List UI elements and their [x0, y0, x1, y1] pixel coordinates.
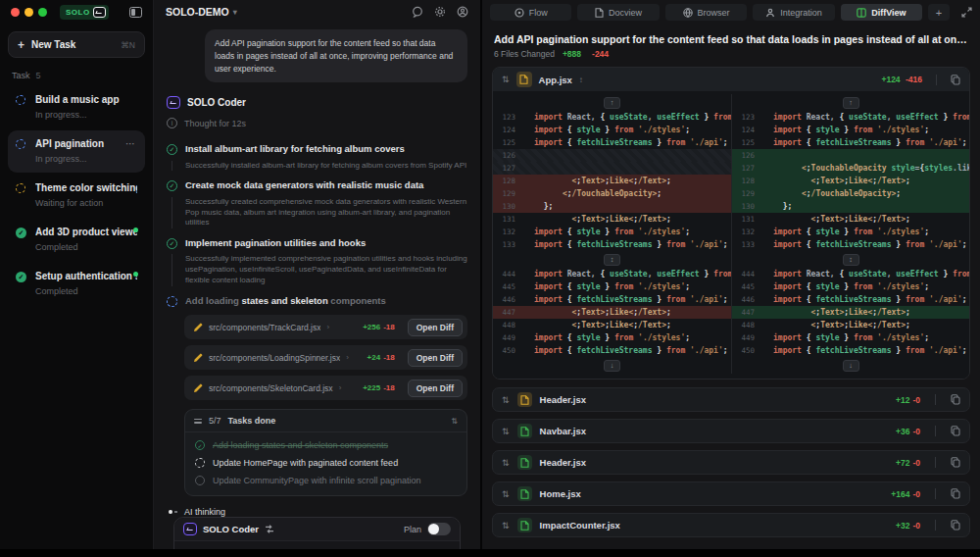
file-change-chip[interactable]: src/components/TrackCard.jsx › +256-18 O…: [184, 315, 467, 339]
copy-icon[interactable]: [951, 75, 960, 85]
task-state-icon: [16, 182, 27, 208]
expand-file-icon[interactable]: ↕: [579, 76, 583, 84]
row-added: +32: [896, 521, 909, 531]
edit-pencil-icon: [193, 323, 203, 332]
sidebar-task-item[interactable]: Setup authentication syste... Completed …: [8, 263, 145, 305]
expand-down-button[interactable]: ↓: [604, 360, 620, 372]
plus-icon: +: [18, 39, 24, 51]
tab-diffview[interactable]: DiffView: [841, 4, 922, 21]
line-number: 448: [732, 319, 761, 331]
changed-file-chips: src/components/TrackCard.jsx › +256-18 O…: [184, 315, 467, 400]
collapse-file-icon[interactable]: ⇅: [502, 75, 510, 84]
expand-row-icon[interactable]: ⇅: [502, 427, 510, 436]
maximize-window-button[interactable]: [38, 8, 47, 17]
line-number: 446: [493, 293, 522, 306]
edit-pencil-icon: [193, 353, 203, 363]
sidebar-task-item[interactable]: API pagination In progress... ⋯: [8, 130, 145, 173]
composer-header: SOLO Coder Plan: [174, 518, 460, 541]
new-task-shortcut: ⌘N: [121, 40, 135, 50]
task-title: Theme color switching: [35, 182, 137, 193]
line-number: 133: [732, 238, 761, 251]
diff-line: 133import { fetchLiveStreams } from './a…: [493, 238, 731, 251]
file-change-chip[interactable]: src/components/SkeletonCard.jsx › +225-1…: [184, 376, 467, 400]
sidebar-task-item[interactable]: Build a music app In progress... ⋯: [8, 86, 145, 128]
expand-updown-button[interactable]: ↕: [604, 254, 620, 266]
tab-docview[interactable]: Docview: [577, 4, 659, 21]
diff-line: 446import { fetchLiveStreams } from './a…: [731, 293, 969, 306]
changed-file-row[interactable]: ⇅ Home.jsx +164-0: [492, 481, 970, 506]
code-text: import { style } from './styles';: [761, 331, 929, 344]
plan-toggle[interactable]: [427, 523, 451, 535]
total-added: +888: [563, 49, 581, 59]
line-number: 127: [493, 162, 522, 175]
file-change-chip[interactable]: src/components/LoadingSpinner.jsx › +24-…: [184, 345, 467, 370]
sidebar-task-item[interactable]: Theme color switching Waiting for action…: [8, 175, 145, 217]
diff-title: Add API pagination support for the conte…: [494, 33, 968, 45]
task-title: Build a music app: [35, 94, 137, 105]
sidebar-toggle-icon[interactable]: [129, 7, 142, 18]
switch-model-icon[interactable]: [265, 525, 274, 533]
line-number: 445: [732, 280, 761, 293]
row-removed: -0: [912, 427, 920, 436]
step-detail: Successfully implemented comprehensive p…: [172, 254, 467, 285]
line-number: 449: [493, 331, 522, 344]
thought-duration[interactable]: i Thought for 12s: [167, 118, 467, 128]
expand-row-icon[interactable]: ⇅: [502, 395, 510, 405]
line-number: 444: [732, 268, 761, 280]
tab-label: Integration: [780, 8, 822, 18]
open-diff-button[interactable]: Open Diff: [408, 380, 463, 397]
copy-icon[interactable]: [951, 457, 960, 468]
tab-flow[interactable]: Flow: [490, 4, 571, 21]
copy-icon[interactable]: [951, 394, 960, 405]
changed-file-row[interactable]: ⇅ Navbar.jsx +36-0: [492, 419, 970, 443]
user-account-icon[interactable]: [457, 6, 468, 18]
chat-history-icon[interactable]: [412, 6, 423, 18]
expand-updown-button[interactable]: ↕: [843, 254, 859, 266]
tab-browser[interactable]: Browser: [665, 4, 747, 21]
open-diff-button[interactable]: Open Diff: [408, 349, 463, 367]
expand-panel-icon[interactable]: [961, 7, 972, 18]
changed-file-row[interactable]: ⇅ Header.jsx +72-0: [492, 450, 970, 475]
diff-line: 445import { style } from './styles';: [493, 280, 731, 293]
line-number: 131: [732, 213, 761, 226]
diff-row: 123import React, { useState, useEffect }…: [493, 111, 969, 124]
minimize-window-button[interactable]: [24, 8, 33, 17]
step-done-icon: [167, 238, 177, 249]
task-menu-button[interactable]: ⋯: [125, 138, 136, 149]
expand-up-button[interactable]: ↑: [604, 97, 620, 109]
solo-logo-icon: [93, 7, 106, 18]
row-added: +164: [891, 489, 909, 499]
diff-file-header[interactable]: ⇅ App.jsx ↕ +124 -416: [493, 68, 969, 91]
expand-up-button[interactable]: ↑: [843, 97, 859, 109]
chat-scroll-area[interactable]: Add API pagination support for the conte…: [154, 24, 480, 549]
diff-row: 131 <;Text>;Like<;/Text>;131 <;Text>;Lik…: [493, 213, 969, 226]
tab-integration[interactable]: Integration: [753, 4, 834, 21]
copy-icon[interactable]: [951, 520, 960, 531]
sidebar-task-item[interactable]: Add 3D product viewer Completed ⋯: [8, 219, 145, 261]
changed-file-row[interactable]: ⇅ Header.jsx +12-0: [492, 387, 970, 412]
project-switcher[interactable]: SOLO-DEMO ▾: [166, 6, 237, 18]
expand-row-icon[interactable]: ⇅: [502, 489, 510, 499]
close-window-button[interactable]: [11, 8, 20, 17]
new-task-button[interactable]: + New Task ⌘N: [8, 31, 145, 58]
add-tab-button[interactable]: +: [928, 4, 950, 21]
code-text: import { fetchLiveStreams } from './api'…: [761, 136, 967, 149]
diff-scroll-area[interactable]: ⇅ App.jsx ↕ +124 -416 ↑: [482, 59, 980, 549]
open-diff-button[interactable]: Open Diff: [408, 319, 463, 336]
settings-gear-icon[interactable]: [434, 6, 446, 18]
code-text: import { style } from './styles';: [522, 226, 690, 238]
changed-file-row[interactable]: ⇅ ImpactCounter.jsx +32-0: [492, 513, 970, 537]
expand-row-icon[interactable]: ⇅: [502, 521, 510, 531]
task-unread-dot: [133, 228, 138, 232]
copy-icon[interactable]: [951, 488, 960, 499]
composer-input[interactable]: Start building with SOLO Coder: [174, 541, 460, 549]
expand-row-icon[interactable]: ⇅: [502, 458, 510, 468]
tasks-progress-header[interactable]: 5/7 Tasks done ⇅: [185, 410, 466, 432]
step-done-icon: [167, 180, 177, 191]
diff-line: 448 <;Text>;Like<;/Text>;: [731, 319, 969, 331]
copy-icon[interactable]: [951, 426, 960, 436]
code-text: };: [522, 200, 553, 213]
collapse-icon[interactable]: ⇅: [451, 417, 458, 426]
expand-down-button[interactable]: ↓: [843, 360, 859, 372]
diff-line: 447 <;Text>;Like<;/Text>;: [731, 306, 969, 319]
